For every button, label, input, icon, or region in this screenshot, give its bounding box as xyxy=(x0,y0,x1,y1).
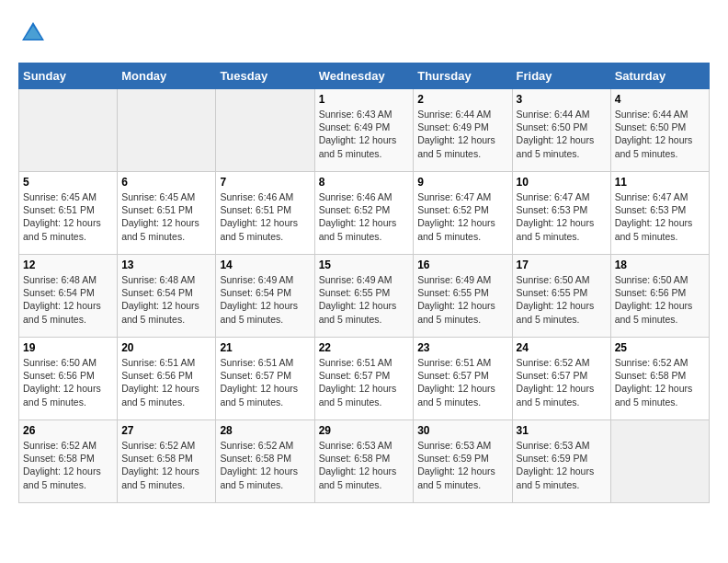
header-thursday: Thursday xyxy=(414,63,512,89)
calendar-week-3: 12Sunrise: 6:48 AM Sunset: 6:54 PM Dayli… xyxy=(19,255,710,338)
header-sunday: Sunday xyxy=(19,63,118,89)
calendar-cell: 16Sunrise: 6:49 AM Sunset: 6:55 PM Dayli… xyxy=(414,255,512,338)
day-info: Sunrise: 6:51 AM Sunset: 6:57 PM Dayligh… xyxy=(417,356,507,408)
day-number: 4 xyxy=(615,93,705,106)
day-info: Sunrise: 6:52 AM Sunset: 6:58 PM Dayligh… xyxy=(121,439,211,491)
calendar-cell: 14Sunrise: 6:49 AM Sunset: 6:54 PM Dayli… xyxy=(216,255,314,338)
calendar-cell xyxy=(19,89,118,172)
day-info: Sunrise: 6:53 AM Sunset: 6:58 PM Dayligh… xyxy=(319,439,410,491)
header-monday: Monday xyxy=(118,63,216,89)
calendar-cell: 10Sunrise: 6:47 AM Sunset: 6:53 PM Dayli… xyxy=(512,172,610,255)
calendar-cell: 5Sunrise: 6:45 AM Sunset: 6:51 PM Daylig… xyxy=(19,172,118,255)
day-info: Sunrise: 6:51 AM Sunset: 6:57 PM Dayligh… xyxy=(319,356,410,408)
day-info: Sunrise: 6:50 AM Sunset: 6:56 PM Dayligh… xyxy=(23,356,113,408)
day-number: 28 xyxy=(220,424,310,437)
day-number: 18 xyxy=(615,259,705,271)
calendar-cell: 26Sunrise: 6:52 AM Sunset: 6:58 PM Dayli… xyxy=(19,420,118,503)
calendar-cell: 17Sunrise: 6:50 AM Sunset: 6:55 PM Dayli… xyxy=(512,255,610,338)
calendar-cell xyxy=(216,89,314,172)
logo-icon xyxy=(18,18,48,48)
day-number: 7 xyxy=(220,176,310,189)
day-number: 24 xyxy=(517,341,607,354)
calendar-cell: 9Sunrise: 6:47 AM Sunset: 6:52 PM Daylig… xyxy=(414,172,512,255)
calendar-cell: 21Sunrise: 6:51 AM Sunset: 6:57 PM Dayli… xyxy=(216,338,314,420)
day-number: 13 xyxy=(121,259,211,271)
day-number: 29 xyxy=(319,424,410,437)
day-number: 26 xyxy=(23,424,113,437)
day-number: 19 xyxy=(23,341,113,354)
day-number: 20 xyxy=(121,341,211,354)
day-number: 25 xyxy=(615,341,705,354)
calendar-header-row: SundayMondayTuesdayWednesdayThursdayFrid… xyxy=(19,63,710,89)
day-info: Sunrise: 6:47 AM Sunset: 6:53 PM Dayligh… xyxy=(517,190,607,243)
day-number: 6 xyxy=(121,176,211,189)
day-number: 14 xyxy=(220,259,310,271)
header-saturday: Saturday xyxy=(610,63,709,89)
day-info: Sunrise: 6:51 AM Sunset: 6:57 PM Dayligh… xyxy=(220,356,310,408)
day-info: Sunrise: 6:52 AM Sunset: 6:58 PM Dayligh… xyxy=(23,439,113,491)
calendar-cell: 24Sunrise: 6:52 AM Sunset: 6:57 PM Dayli… xyxy=(512,338,610,420)
calendar-cell: 27Sunrise: 6:52 AM Sunset: 6:58 PM Dayli… xyxy=(118,420,216,503)
day-number: 12 xyxy=(23,259,113,271)
day-info: Sunrise: 6:53 AM Sunset: 6:59 PM Dayligh… xyxy=(417,439,507,491)
calendar-cell: 28Sunrise: 6:52 AM Sunset: 6:58 PM Dayli… xyxy=(216,420,314,503)
calendar-cell: 31Sunrise: 6:53 AM Sunset: 6:59 PM Dayli… xyxy=(512,420,610,503)
calendar-cell: 7Sunrise: 6:46 AM Sunset: 6:51 PM Daylig… xyxy=(216,172,314,255)
calendar-cell xyxy=(118,89,216,172)
day-number: 17 xyxy=(517,259,607,271)
header-friday: Friday xyxy=(512,63,610,89)
day-number: 23 xyxy=(417,341,507,354)
day-info: Sunrise: 6:53 AM Sunset: 6:59 PM Dayligh… xyxy=(517,439,607,491)
day-info: Sunrise: 6:49 AM Sunset: 6:55 PM Dayligh… xyxy=(319,273,410,326)
calendar-cell xyxy=(610,420,709,503)
day-info: Sunrise: 6:46 AM Sunset: 6:52 PM Dayligh… xyxy=(319,190,410,243)
day-info: Sunrise: 6:50 AM Sunset: 6:55 PM Dayligh… xyxy=(517,273,607,326)
day-info: Sunrise: 6:46 AM Sunset: 6:51 PM Dayligh… xyxy=(220,190,310,243)
calendar-cell: 1Sunrise: 6:43 AM Sunset: 6:49 PM Daylig… xyxy=(314,89,414,172)
day-info: Sunrise: 6:44 AM Sunset: 6:49 PM Dayligh… xyxy=(417,108,507,160)
day-info: Sunrise: 6:52 AM Sunset: 6:58 PM Dayligh… xyxy=(615,356,705,408)
calendar-cell: 19Sunrise: 6:50 AM Sunset: 6:56 PM Dayli… xyxy=(19,338,118,420)
day-info: Sunrise: 6:45 AM Sunset: 6:51 PM Dayligh… xyxy=(23,190,113,243)
calendar-cell: 11Sunrise: 6:47 AM Sunset: 6:53 PM Dayli… xyxy=(610,172,709,255)
day-info: Sunrise: 6:48 AM Sunset: 6:54 PM Dayligh… xyxy=(23,273,113,326)
day-number: 15 xyxy=(319,259,410,271)
calendar-cell: 12Sunrise: 6:48 AM Sunset: 6:54 PM Dayli… xyxy=(19,255,118,338)
day-info: Sunrise: 6:52 AM Sunset: 6:58 PM Dayligh… xyxy=(220,439,310,491)
day-info: Sunrise: 6:45 AM Sunset: 6:51 PM Dayligh… xyxy=(121,190,211,243)
day-info: Sunrise: 6:48 AM Sunset: 6:54 PM Dayligh… xyxy=(121,273,211,326)
calendar-week-5: 26Sunrise: 6:52 AM Sunset: 6:58 PM Dayli… xyxy=(19,420,710,503)
day-number: 1 xyxy=(319,93,410,106)
day-info: Sunrise: 6:49 AM Sunset: 6:54 PM Dayligh… xyxy=(220,273,310,326)
day-number: 11 xyxy=(615,176,705,189)
day-info: Sunrise: 6:50 AM Sunset: 6:56 PM Dayligh… xyxy=(615,273,705,326)
day-info: Sunrise: 6:44 AM Sunset: 6:50 PM Dayligh… xyxy=(615,108,705,160)
day-number: 5 xyxy=(23,176,113,189)
calendar-cell: 6Sunrise: 6:45 AM Sunset: 6:51 PM Daylig… xyxy=(118,172,216,255)
day-number: 16 xyxy=(417,259,507,271)
day-info: Sunrise: 6:43 AM Sunset: 6:49 PM Dayligh… xyxy=(319,108,410,160)
calendar-cell: 20Sunrise: 6:51 AM Sunset: 6:56 PM Dayli… xyxy=(118,338,216,420)
day-info: Sunrise: 6:52 AM Sunset: 6:57 PM Dayligh… xyxy=(517,356,607,408)
day-number: 22 xyxy=(319,341,410,354)
calendar-cell: 2Sunrise: 6:44 AM Sunset: 6:49 PM Daylig… xyxy=(414,89,512,172)
day-info: Sunrise: 6:47 AM Sunset: 6:53 PM Dayligh… xyxy=(615,190,705,243)
header-tuesday: Tuesday xyxy=(216,63,314,89)
calendar-cell: 13Sunrise: 6:48 AM Sunset: 6:54 PM Dayli… xyxy=(118,255,216,338)
day-number: 31 xyxy=(517,424,607,437)
calendar-cell: 4Sunrise: 6:44 AM Sunset: 6:50 PM Daylig… xyxy=(610,89,709,172)
day-number: 8 xyxy=(319,176,410,189)
day-info: Sunrise: 6:47 AM Sunset: 6:52 PM Dayligh… xyxy=(417,190,507,243)
calendar-cell: 18Sunrise: 6:50 AM Sunset: 6:56 PM Dayli… xyxy=(610,255,709,338)
calendar-cell: 3Sunrise: 6:44 AM Sunset: 6:50 PM Daylig… xyxy=(512,89,610,172)
calendar-week-2: 5Sunrise: 6:45 AM Sunset: 6:51 PM Daylig… xyxy=(19,172,710,255)
day-info: Sunrise: 6:51 AM Sunset: 6:56 PM Dayligh… xyxy=(121,356,211,408)
page-header xyxy=(18,18,710,48)
day-number: 30 xyxy=(417,424,507,437)
header-wednesday: Wednesday xyxy=(314,63,414,89)
day-number: 10 xyxy=(517,176,607,189)
day-number: 21 xyxy=(220,341,310,354)
day-info: Sunrise: 6:49 AM Sunset: 6:55 PM Dayligh… xyxy=(417,273,507,326)
day-info: Sunrise: 6:44 AM Sunset: 6:50 PM Dayligh… xyxy=(517,108,607,160)
calendar-week-1: 1Sunrise: 6:43 AM Sunset: 6:49 PM Daylig… xyxy=(19,89,710,172)
